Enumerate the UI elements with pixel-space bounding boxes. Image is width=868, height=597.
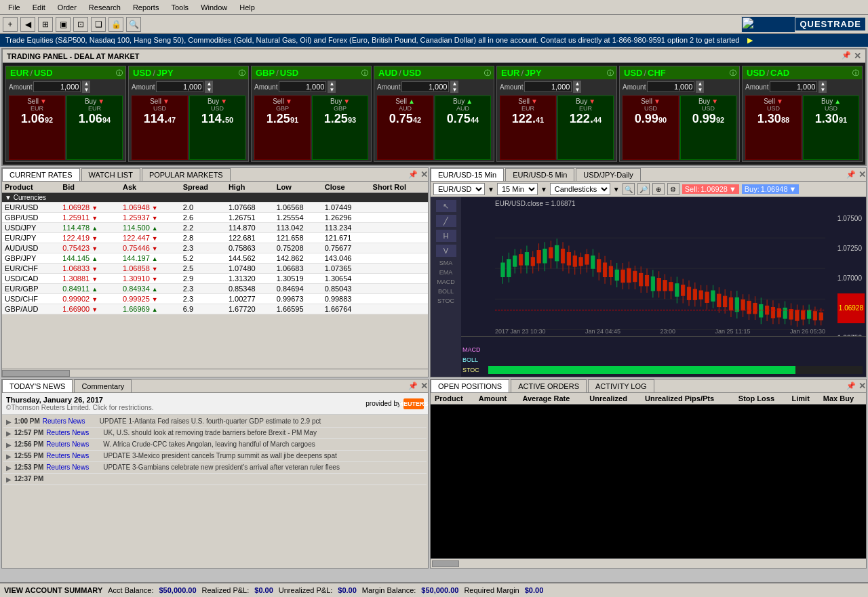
col-high[interactable]: High [226, 182, 274, 193]
tab-usdjpy-daily[interactable]: USD/JPY-Daily [576, 168, 641, 181]
table-row[interactable]: GBP/AUD 1.66900 ▼ 1.66969 ▲ 6.9 1.67720 … [2, 304, 428, 314]
amount-spin-up[interactable]: ▲ [696, 81, 704, 87]
buy-button[interactable]: Buy ▼ EUR 122.44 [557, 96, 614, 160]
pair-info-icon[interactable]: ⓘ [484, 68, 491, 78]
buy-button[interactable]: Buy ▲ USD 1.3091 [803, 96, 859, 160]
amount-spin-down[interactable]: ▼ [573, 87, 581, 93]
new-btn[interactable]: + [3, 17, 18, 32]
back-btn[interactable]: ◀ [20, 17, 35, 32]
amount-input[interactable] [770, 81, 817, 92]
menu-file[interactable]: File [3, 2, 26, 13]
pos-col-stop-loss[interactable]: Stop Loss [734, 393, 788, 405]
pos-col-product[interactable]: Product [431, 393, 475, 405]
pair-info-icon[interactable]: ⓘ [730, 68, 736, 78]
pos-col-avg-rate[interactable]: Average Rate [518, 393, 585, 405]
news-panel-pin[interactable]: 📌 [408, 382, 418, 390]
menu-research[interactable]: Research [83, 2, 126, 13]
tab-watch-list[interactable]: WATCH LIST [81, 168, 140, 181]
menu-edit[interactable]: Edit [27, 2, 51, 13]
tab-commentary[interactable]: Commentary [74, 379, 132, 392]
tile-btn[interactable]: ⊡ [73, 17, 88, 32]
trading-panel-close[interactable]: ✕ [854, 51, 861, 61]
amount-input[interactable] [401, 81, 449, 92]
table-row[interactable]: GBP/JPY 144.145 ▲ 144.197 ▲ 5.2 144.562 … [2, 253, 428, 264]
rates-scroll-area[interactable]: Product Bid Ask Spread High Low Close Sh… [2, 182, 428, 369]
rates-hscroll-thumb[interactable] [2, 370, 70, 377]
table-row[interactable]: EUR/CHF 1.06833 ▼ 1.06858 ▼ 2.5 1.07480 … [2, 264, 428, 274]
amount-spin-down[interactable]: ▼ [205, 87, 213, 93]
pos-col-amount[interactable]: Amount [475, 393, 519, 405]
amount-spin-up[interactable]: ▲ [82, 81, 90, 87]
chart-panel-pin[interactable]: 📌 [846, 170, 856, 179]
sell-button[interactable]: Sell ▼ USD 114.47 [132, 96, 188, 160]
col-spread[interactable]: Spread [180, 182, 226, 193]
sell-button[interactable]: Sell ▼ GBP 1.2591 [254, 96, 311, 160]
amount-spin-down[interactable]: ▼ [82, 87, 90, 93]
news-panel-close[interactable]: ✕ [420, 381, 428, 391]
window-btn[interactable]: ▣ [56, 17, 71, 32]
chart-zoom-in-btn[interactable]: 🔍 [623, 183, 635, 195]
news-item[interactable]: ▶ 1:00 PM Reuters News UPDATE 1-Atlanta … [3, 416, 427, 428]
amount-input[interactable] [524, 81, 572, 92]
amount-spin-down[interactable]: ▼ [818, 87, 827, 93]
pos-col-limit[interactable]: Limit [788, 393, 819, 405]
amount-spin-up[interactable]: ▲ [818, 81, 827, 87]
buy-button[interactable]: Buy ▼ EUR 1.0694 [66, 96, 123, 160]
pos-col-unrealized[interactable]: Unrealized [585, 393, 641, 405]
chart-indicator-stoc[interactable]: STOC [437, 297, 454, 304]
table-row[interactable]: AUD/USD 0.75423 ▼ 0.75446 ▼ 2.3 0.75863 … [2, 243, 428, 253]
amount-input[interactable] [647, 81, 694, 92]
positions-hscroll-thumb[interactable] [432, 560, 459, 567]
rates-panel-pin[interactable]: 📌 [408, 170, 418, 179]
amount-spin-up[interactable]: ▲ [328, 81, 336, 87]
buy-button[interactable]: Buy ▼ USD 114.50 [189, 96, 245, 160]
positions-table-container[interactable]: Product Amount Average Rate Unrealized U… [431, 393, 866, 405]
tab-open-positions[interactable]: OPEN POSITIONS [431, 379, 509, 392]
sell-button[interactable]: Sell ▼ EUR 1.0692 [9, 96, 65, 160]
grid-btn[interactable]: ⊞ [38, 17, 53, 32]
table-row[interactable]: USD/CHF 0.99902 ▼ 0.99925 ▼ 2.3 1.00277 … [2, 294, 428, 304]
news-content[interactable]: ▶ 1:00 PM Reuters News UPDATE 1-Atlanta … [2, 415, 428, 568]
amount-spin-up[interactable]: ▲ [450, 81, 458, 87]
chart-tool-cursor[interactable]: ↖ [436, 200, 456, 212]
pair-info-icon[interactable]: ⓘ [239, 68, 245, 78]
buy-button[interactable]: Buy ▼ GBP 1.2593 [312, 96, 368, 160]
search-btn[interactable]: 🔍 [126, 17, 141, 32]
chart-panel-close[interactable]: ✕ [859, 169, 866, 180]
tile2-btn[interactable]: ❑ [91, 17, 106, 32]
amount-input[interactable] [279, 81, 326, 92]
lock-btn[interactable]: 🔒 [108, 17, 123, 32]
chart-zoom-out-btn[interactable]: 🔎 [637, 183, 650, 195]
positions-hscroll[interactable] [431, 558, 866, 568]
sell-button[interactable]: Sell ▼ EUR 122.41 [500, 96, 556, 160]
chart-tool-line[interactable]: ╱ [436, 215, 456, 227]
menu-window[interactable]: Window [195, 2, 233, 13]
menu-tools[interactable]: Tools [165, 2, 194, 13]
table-row[interactable]: EUR/USD 1.06928 ▼ 1.06948 ▼ 2.0 1.07668 … [2, 203, 428, 213]
view-account-btn[interactable]: VIEW ACCOUNT SUMMARY [4, 586, 102, 594]
chart-indicator-sma[interactable]: SMA [439, 260, 453, 266]
table-row[interactable]: EUR/JPY 122.419 ▼ 122.447 ▼ 2.8 122.681 … [2, 233, 428, 243]
chart-tool-vline[interactable]: V [436, 245, 456, 257]
chart-zoom-fit-btn[interactable]: ⊕ [652, 183, 665, 195]
col-bid[interactable]: Bid [60, 182, 120, 193]
amount-spin-down[interactable]: ▼ [696, 87, 704, 93]
news-item[interactable]: ▶12:37 PM [3, 474, 427, 485]
news-copyright[interactable]: ©Thomson Reuters Limited. Click for rest… [6, 404, 153, 411]
chart-indicator-macd[interactable]: MACD [437, 279, 455, 285]
tab-current-rates[interactable]: CURRENT RATES [2, 168, 80, 181]
col-ask[interactable]: Ask [120, 182, 180, 193]
menu-help[interactable]: Help [234, 2, 260, 13]
chart-type-select[interactable]: Candlesticks [550, 183, 610, 195]
news-item[interactable]: ▶ 12:57 PM Reuters News UK, U.S. should … [3, 428, 427, 439]
news-item[interactable]: ▶ 12:53 PM Reuters News UPDATE 3-Gambian… [3, 462, 427, 474]
rates-hscroll[interactable] [2, 369, 428, 377]
menu-order[interactable]: Order [52, 2, 82, 13]
amount-spin-down[interactable]: ▼ [450, 87, 458, 93]
positions-panel-close[interactable]: ✕ [859, 381, 866, 391]
positions-panel-pin[interactable]: 📌 [846, 382, 856, 390]
chart-indicator-ema[interactable]: EMA [439, 269, 453, 276]
buy-button[interactable]: Buy ▲ AUD 0.7544 [435, 96, 491, 160]
col-low[interactable]: Low [274, 182, 322, 193]
amount-spin-up[interactable]: ▲ [205, 81, 213, 87]
